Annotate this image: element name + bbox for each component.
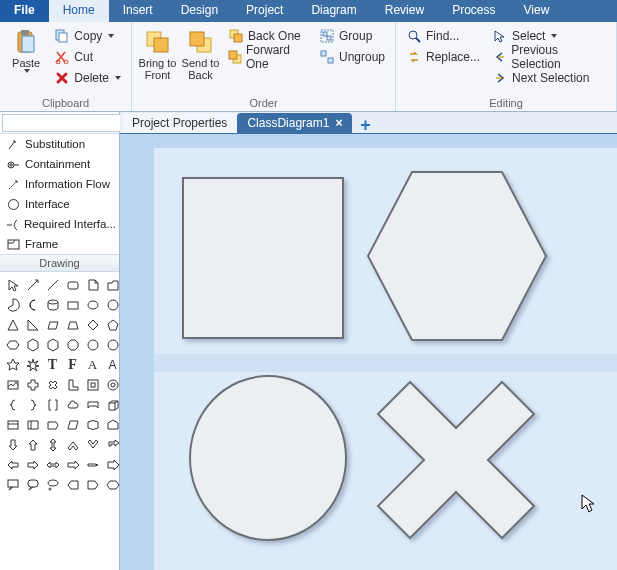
shape-hexagon-v[interactable]	[24, 336, 41, 353]
shape-moon[interactable]	[24, 296, 41, 313]
shape-cylinder[interactable]	[44, 296, 61, 313]
shape-line-arrow[interactable]	[24, 276, 41, 293]
shape-pentagon[interactable]	[104, 316, 121, 333]
shape-arrow-up[interactable]	[24, 436, 41, 453]
shape-dodecagon[interactable]	[104, 336, 121, 353]
cut-button[interactable]: Cut	[50, 47, 125, 67]
tool-interface[interactable]: Interface	[0, 194, 119, 214]
shape-note[interactable]	[84, 276, 101, 293]
shape-circle[interactable]	[104, 296, 121, 313]
shape-flowchart-4[interactable]	[64, 416, 81, 433]
shape-line[interactable]	[44, 276, 61, 293]
forward-one-button[interactable]: Forward One	[224, 47, 311, 67]
shape-frame-square[interactable]	[84, 376, 101, 393]
shape-pie[interactable]	[4, 296, 21, 313]
shape-text-a[interactable]: A	[84, 356, 101, 373]
shape-arrow-right3[interactable]	[84, 456, 101, 473]
shape-arrow-turn[interactable]	[104, 436, 121, 453]
shape-plus[interactable]	[24, 376, 41, 393]
shape-hexagon[interactable]	[4, 336, 21, 353]
menu-tab-design[interactable]: Design	[167, 0, 232, 22]
tool-frame[interactable]: Frame	[0, 234, 119, 254]
shape-cube[interactable]	[104, 396, 121, 413]
shape-chevron-up[interactable]	[64, 436, 81, 453]
paste-button[interactable]: Paste	[6, 26, 46, 88]
shape-text-f[interactable]: F	[64, 356, 81, 373]
shape-tag-left[interactable]	[64, 476, 81, 493]
group-button[interactable]: Group	[315, 26, 389, 46]
shape-flowchart-6[interactable]	[104, 416, 121, 433]
shape-arrow-leftright[interactable]	[44, 456, 61, 473]
shape-triangle[interactable]	[4, 316, 21, 333]
shape-diamond[interactable]	[84, 316, 101, 333]
shape-text-a2[interactable]: A	[104, 356, 121, 373]
shape-octagon[interactable]	[64, 336, 81, 353]
shape-arrow-right[interactable]	[24, 456, 41, 473]
shape-chevron-down[interactable]	[84, 436, 101, 453]
ungroup-button[interactable]: Ungroup	[315, 47, 389, 67]
shape-cross[interactable]	[44, 376, 61, 393]
shape-star[interactable]	[4, 356, 21, 373]
shape-arrow-updown[interactable]	[44, 436, 61, 453]
find-button[interactable]: Find...	[402, 26, 484, 46]
shape-rounded-rect[interactable]	[64, 276, 81, 293]
canvas-shape-hexagon[interactable]	[364, 168, 550, 347]
tab-project-properties[interactable]: Project Properties	[122, 113, 237, 133]
replace-button[interactable]: Replace...	[402, 47, 484, 67]
copy-button[interactable]: Copy	[50, 26, 125, 46]
menu-tab-project[interactable]: Project	[232, 0, 297, 22]
shape-arrow-down[interactable]	[4, 436, 21, 453]
previous-selection-button[interactable]: Previous Selection	[488, 47, 610, 67]
shape-callout-cloud[interactable]	[44, 476, 61, 493]
menu-tab-view[interactable]: View	[510, 0, 564, 22]
send-to-back-button[interactable]: Send to Back	[181, 26, 220, 81]
shape-ellipse[interactable]	[84, 296, 101, 313]
shape-arrow-right2[interactable]	[64, 456, 81, 473]
shape-decagon[interactable]	[84, 336, 101, 353]
menu-tab-diagram[interactable]: Diagram	[297, 0, 370, 22]
shape-brace-r[interactable]	[24, 396, 41, 413]
canvas-shape-rect[interactable]	[181, 176, 349, 347]
shape-arrow-left[interactable]	[4, 456, 21, 473]
shape-arrow-block[interactable]	[104, 456, 121, 473]
bring-to-front-button[interactable]: Bring to Front	[138, 26, 177, 81]
menu-file[interactable]: File	[0, 0, 49, 22]
shape-bracket[interactable]	[44, 396, 61, 413]
shape-flowchart-1[interactable]	[4, 416, 21, 433]
shape-tag-both[interactable]	[104, 476, 121, 493]
tab-classdiagram1[interactable]: ClassDiagram1 ×	[237, 113, 352, 133]
canvas-shape-ellipse[interactable]	[186, 372, 352, 547]
shape-pointer[interactable]	[4, 276, 21, 293]
new-tab-button[interactable]: +	[356, 117, 374, 133]
shape-callout-rect[interactable]	[4, 476, 21, 493]
tool-information-flow[interactable]: Information Flow	[0, 174, 119, 194]
close-icon[interactable]: ×	[335, 116, 342, 130]
tool-substitution[interactable]: Substitution	[0, 134, 119, 154]
shape-tag-right[interactable]	[84, 476, 101, 493]
delete-button[interactable]: Delete	[50, 68, 125, 88]
shape-l[interactable]	[64, 376, 81, 393]
tool-required-interface[interactable]: Required Interfa...	[0, 214, 119, 234]
shape-starburst[interactable]	[24, 356, 41, 373]
shape-parallelogram[interactable]	[44, 316, 61, 333]
menu-tab-review[interactable]: Review	[371, 0, 438, 22]
shape-flowchart-3[interactable]	[44, 416, 61, 433]
menu-tab-insert[interactable]: Insert	[109, 0, 167, 22]
shape-brace-l[interactable]	[4, 396, 21, 413]
shape-callout-round[interactable]	[24, 476, 41, 493]
shape-banner[interactable]	[84, 396, 101, 413]
shape-trapezoid[interactable]	[64, 316, 81, 333]
next-selection-button[interactable]: Next Selection	[488, 68, 610, 88]
tool-containment[interactable]: Containment	[0, 154, 119, 174]
shape-right-triangle[interactable]	[24, 316, 41, 333]
menu-tab-home[interactable]: Home	[49, 0, 109, 22]
shape-heptagon[interactable]	[44, 336, 61, 353]
shape-cloud[interactable]	[64, 396, 81, 413]
shape-folder[interactable]	[104, 276, 121, 293]
shape-text-bold[interactable]: T	[44, 356, 61, 373]
canvas[interactable]	[120, 134, 617, 570]
shape-flowchart-2[interactable]	[24, 416, 41, 433]
shape-image[interactable]	[4, 376, 21, 393]
canvas-shape-cross[interactable]	[374, 378, 538, 545]
shape-flowchart-5[interactable]	[84, 416, 101, 433]
